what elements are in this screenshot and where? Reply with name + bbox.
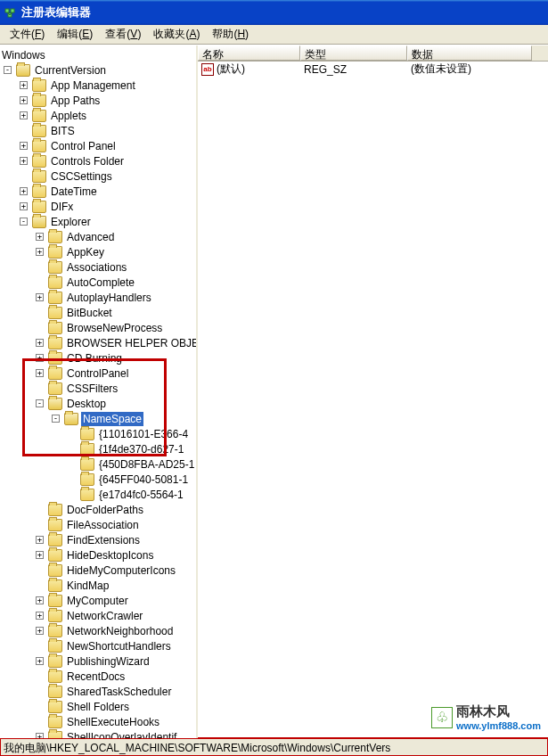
expander-icon[interactable]: + bbox=[20, 202, 28, 210]
folder-icon bbox=[32, 155, 46, 168]
col-type[interactable]: 类型 bbox=[300, 45, 407, 61]
tree-item[interactable]: +AutoplayHandlers bbox=[0, 290, 196, 305]
menu-file[interactable]: 文件(F) bbox=[4, 25, 51, 44]
list-pane: 名称 类型 数据 ab(默认)REG_SZ(数值未设置) bbox=[198, 45, 548, 738]
expander-icon[interactable]: + bbox=[36, 233, 44, 241]
tree-item[interactable]: +Advanced bbox=[0, 229, 196, 244]
expander-icon[interactable]: + bbox=[20, 111, 28, 119]
tree-item[interactable]: +DateTime bbox=[0, 184, 196, 199]
expander-icon[interactable]: + bbox=[36, 657, 44, 665]
tree-item[interactable]: +PublishingWizard bbox=[0, 653, 196, 669]
menubar: 文件(F) 编辑(E) 查看(V) 收藏夹(A) 帮助(H) bbox=[0, 25, 548, 45]
tree-item[interactable]: SharedTaskScheduler bbox=[0, 684, 196, 699]
tree-item[interactable]: CSCSettings bbox=[0, 168, 196, 184]
tree-root[interactable]: Windows bbox=[0, 47, 196, 62]
tree-item-label: RecentDocs bbox=[65, 670, 127, 684]
tree-item[interactable]: +Control Panel bbox=[0, 138, 196, 153]
tree-item[interactable]: {645FF040-5081-1 bbox=[0, 472, 196, 487]
folder-icon bbox=[80, 489, 94, 501]
tree-item[interactable]: +App Management bbox=[0, 78, 196, 93]
expander-icon[interactable]: + bbox=[20, 96, 28, 104]
tree-item-label: PublishingWizard bbox=[65, 654, 151, 669]
tree-item[interactable]: +ControlPanel bbox=[0, 366, 196, 381]
expander-icon[interactable]: + bbox=[20, 157, 28, 165]
tree-item-label: CSCSettings bbox=[49, 169, 114, 184]
tree-item[interactable]: RecentDocs bbox=[0, 669, 196, 684]
tree-item[interactable]: Associations bbox=[0, 259, 196, 275]
expander-icon[interactable]: + bbox=[20, 81, 28, 89]
tree-item[interactable]: -Explorer bbox=[0, 214, 196, 229]
expander-icon[interactable]: + bbox=[36, 248, 44, 256]
tree-item[interactable]: +BROWSER HELPER OBJECTS bbox=[0, 335, 196, 350]
tree-item-label: AppKey bbox=[65, 245, 106, 259]
tree-item[interactable]: {1f4de370-d627-1 bbox=[0, 441, 196, 456]
tree-pane[interactable]: Windows-CurrentVersion+App Management+Ap… bbox=[0, 45, 198, 738]
folder-icon bbox=[48, 322, 62, 334]
expander-icon[interactable]: + bbox=[36, 596, 44, 604]
folder-icon bbox=[32, 201, 46, 213]
tree-item[interactable]: {e17d4fc0-5564-1 bbox=[0, 487, 196, 502]
expander-icon[interactable]: - bbox=[52, 415, 60, 423]
tree-item[interactable]: +NetworkNeighborhood bbox=[0, 623, 196, 638]
col-name[interactable]: 名称 bbox=[198, 45, 300, 61]
tree-item[interactable]: BITS bbox=[0, 123, 196, 138]
expander-icon[interactable]: - bbox=[20, 218, 28, 226]
folder-icon bbox=[48, 579, 62, 592]
expander-icon[interactable]: + bbox=[36, 354, 44, 362]
expander-icon[interactable]: + bbox=[20, 187, 28, 195]
folder-icon bbox=[48, 504, 62, 516]
tree-item[interactable]: {11016101-E366-4 bbox=[0, 426, 196, 441]
tree-item[interactable]: {450D8FBA-AD25-1 bbox=[0, 456, 196, 472]
tree-item[interactable]: KindMap bbox=[0, 578, 196, 593]
tree-item[interactable]: +HideDesktopIcons bbox=[0, 547, 196, 563]
expander-icon[interactable]: + bbox=[36, 733, 44, 738]
tree-item[interactable]: +Controls Folder bbox=[0, 153, 196, 168]
tree-item[interactable]: BitBucket bbox=[0, 305, 196, 320]
tree-item-label: Advanced bbox=[65, 230, 116, 244]
tree-item[interactable]: -NameSpace bbox=[0, 411, 196, 426]
expander-icon[interactable]: + bbox=[36, 551, 44, 559]
tree-item[interactable]: -CurrentVersion bbox=[0, 62, 196, 78]
tree-item[interactable]: DocFolderPaths bbox=[0, 502, 196, 517]
tree-item-label: NetworkNeighborhood bbox=[65, 624, 175, 638]
tree-item[interactable]: CSSFilters bbox=[0, 381, 196, 396]
tree-item[interactable]: +FindExtensions bbox=[0, 532, 196, 547]
tree-item[interactable]: -Desktop bbox=[0, 396, 196, 411]
menu-favorites[interactable]: 收藏夹(A) bbox=[147, 25, 206, 44]
tree-item[interactable]: +MyComputer bbox=[0, 593, 196, 608]
tree-item[interactable]: Shell Folders bbox=[0, 699, 196, 714]
tree-item[interactable]: NewShortcutHandlers bbox=[0, 638, 196, 653]
folder-icon bbox=[32, 140, 46, 152]
expander-icon[interactable]: + bbox=[36, 339, 44, 347]
tree-item[interactable]: +DIFx bbox=[0, 199, 196, 214]
expander-icon[interactable]: + bbox=[36, 293, 44, 301]
menu-view[interactable]: 查看(V) bbox=[99, 25, 147, 44]
tree-item[interactable]: +ShellIconOverlayIdentif bbox=[0, 729, 196, 738]
tree-item[interactable]: +App Paths bbox=[0, 93, 196, 108]
expander-icon[interactable]: + bbox=[36, 536, 44, 544]
folder-icon bbox=[48, 367, 62, 380]
tree-item[interactable]: ShellExecuteHooks bbox=[0, 714, 196, 729]
expander-icon[interactable]: + bbox=[36, 627, 44, 635]
folder-icon bbox=[32, 79, 46, 92]
tree-item[interactable]: HideMyComputerIcons bbox=[0, 563, 196, 578]
expander-icon[interactable]: + bbox=[20, 142, 28, 150]
folder-icon bbox=[48, 731, 62, 739]
tree-item[interactable]: +NetworkCrawler bbox=[0, 608, 196, 623]
tree-item[interactable]: FileAssociation bbox=[0, 517, 196, 532]
expander-icon[interactable]: - bbox=[4, 66, 12, 74]
menu-help[interactable]: 帮助(H) bbox=[206, 25, 255, 44]
value-type: REG_SZ bbox=[300, 63, 407, 76]
expander-icon[interactable]: + bbox=[36, 612, 44, 620]
expander-icon[interactable]: + bbox=[36, 369, 44, 377]
list-row[interactable]: ab(默认)REG_SZ(数值未设置) bbox=[198, 62, 548, 77]
expander-icon[interactable]: - bbox=[36, 399, 44, 407]
tree-item[interactable]: +AppKey bbox=[0, 244, 196, 259]
tree-item[interactable]: AutoComplete bbox=[0, 275, 196, 290]
tree-item[interactable]: BrowseNewProcess bbox=[0, 320, 196, 335]
menu-edit[interactable]: 编辑(E) bbox=[51, 25, 99, 44]
list-body[interactable]: ab(默认)REG_SZ(数值未设置) bbox=[198, 62, 548, 738]
tree-item[interactable]: +Applets bbox=[0, 108, 196, 123]
tree-item[interactable]: +CD Burning bbox=[0, 350, 196, 366]
col-data[interactable]: 数据 bbox=[407, 45, 532, 61]
